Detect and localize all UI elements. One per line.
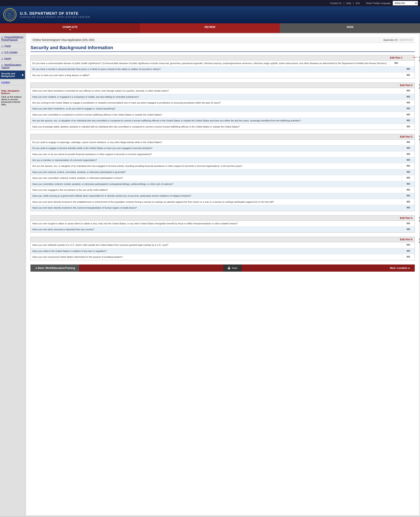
- form-header-row: Online Nonimmigrant Visa Application (DS…: [30, 37, 415, 43]
- answer: NO: [402, 199, 414, 205]
- table-row: Have you ever been involved in, or do yo…: [31, 106, 414, 112]
- sidebar-item-work[interactable]: ✓ Work/Education/ Training: [0, 62, 25, 71]
- table-row: Have you ever ordered, incited, committe…: [31, 169, 414, 175]
- step-complete[interactable]: COMPLETE ▼: [0, 23, 140, 33]
- top-bar: Contact Us | Help | Exit Select Tooltip …: [0, 0, 420, 6]
- edit-part3-link[interactable]: Edit Part 3: [400, 135, 412, 138]
- sidebar: ✓ Personal/Address/ Phone/Passport ✓ Tra…: [0, 33, 25, 516]
- question: Do you have a communicable disease of pu…: [31, 61, 390, 66]
- question: Do you have a mental or physical disorde…: [31, 66, 402, 72]
- question: Have you ever or do you intend to provid…: [31, 152, 402, 157]
- question: Have you ever renounced United States ci…: [31, 254, 402, 260]
- answer: NO: [402, 227, 414, 232]
- question: Have you ever engaged in the recruitment…: [31, 187, 402, 193]
- page-title: Security and Background Information: [30, 45, 415, 52]
- answer: NO: [402, 139, 414, 145]
- help-link[interactable]: Help: [346, 2, 351, 4]
- table-row: Have you ever withheld custody of a U.S.…: [31, 242, 414, 248]
- table-row: Do you seek to engage in terrorist activ…: [31, 145, 414, 151]
- table-row: Are you coming to the United States to e…: [31, 100, 414, 106]
- question: Do you seek to engage in terrorist activ…: [31, 145, 402, 151]
- save-icon: 💾: [227, 266, 231, 270]
- sidebar-item-family[interactable]: ✓ Family: [0, 55, 25, 62]
- question: Have you ever sought to obtain or assist…: [31, 221, 402, 227]
- tooltip-label: Select Tooltip Language: [366, 2, 390, 4]
- sidebar-help: Help: Navigation Buttons Click on the bu…: [0, 87, 25, 108]
- answer: NO: [402, 242, 414, 248]
- question: Are you or have you ever been a drug abu…: [31, 72, 402, 78]
- sidebar-item-travel[interactable]: ✓ Travel: [0, 43, 25, 49]
- header-title: U.S. DEPARTMENT OF STATE: [20, 11, 90, 16]
- svg-text:U.S.: U.S.: [8, 12, 12, 14]
- language-select[interactable]: ENGLISH: [393, 1, 418, 6]
- site-header: U.S. DEPT OF STATE U.S. DEPARTMENT OF ST…: [0, 6, 420, 23]
- answer: NO: [402, 152, 414, 157]
- edit-part5-link[interactable]: Edit Part 5: [400, 238, 412, 241]
- question: Have you ever been arrested or convicted…: [31, 88, 402, 94]
- answer: NO: [402, 169, 414, 175]
- edit-part2-link[interactable]: Edit Part 2: [400, 84, 412, 87]
- section-part4-wrapper: Edit Part 4 Have you ever sought to obta…: [30, 215, 415, 233]
- table-row: Have you ever been directly involved in …: [31, 205, 414, 211]
- svg-text:DEPT OF: DEPT OF: [7, 15, 13, 16]
- section4-header: Edit Part 4: [31, 216, 414, 221]
- answer: NO: [402, 248, 414, 254]
- question: Are you the spouse, son, or daughter of …: [31, 163, 402, 169]
- annotation-part4: If you see any mistakes in this section,…: [419, 216, 420, 222]
- app-id-value: AA00XXXXX: [399, 39, 413, 41]
- section-part1: Edit Part 1 Do you have a communicable d…: [30, 55, 415, 78]
- table-row: Have you ever been arrested or convicted…: [31, 88, 414, 94]
- sidebar-item-location[interactable]: Location: [0, 79, 25, 85]
- section-part2-wrapper: Edit Part 2 Have you ever been arrested …: [30, 83, 415, 130]
- step-review[interactable]: REVIEW: [140, 23, 280, 33]
- answer: NO: [402, 181, 414, 187]
- answer: NO: [402, 88, 414, 94]
- back-button[interactable]: ◄ Back: Work/Education/Training: [30, 265, 79, 272]
- exit-link[interactable]: Exit: [356, 2, 360, 4]
- contact-link[interactable]: Contact Us: [330, 2, 341, 4]
- save-button[interactable]: 💾 Save: [223, 265, 241, 272]
- help-text: Click on the buttons above to access pre…: [1, 96, 24, 106]
- section1-header: Edit Part 1: [31, 55, 414, 61]
- answer: NO: [402, 221, 414, 227]
- question: Have you knowingly aided, abetted, assis…: [31, 124, 402, 130]
- table-row: Have you ever sought to obtain or assist…: [31, 221, 414, 227]
- edit-part1-link[interactable]: Edit Part 1: [390, 56, 402, 59]
- question: Have you ever violated, or engaged in a …: [31, 94, 402, 100]
- answer: NO: [402, 145, 414, 151]
- table-row: Do you have a mental or physical disorde…: [31, 66, 414, 72]
- answer: NO: [402, 66, 414, 72]
- answer: NO: [402, 205, 414, 211]
- answer: NO: [390, 61, 402, 66]
- step-sign[interactable]: SIGN: [280, 23, 420, 33]
- table-row: Have you ever renounced United States ci…: [31, 254, 414, 260]
- header-subtitle: CONSULAR ELECTRONIC APPLICATION CENTER: [20, 16, 90, 18]
- section-part3: Edit Part 3 Do you seek to engage in esp…: [30, 134, 415, 211]
- annotation-part2: If you see any mistakes in this section,…: [419, 84, 420, 90]
- next-annotation: ← Click on "Next: Location" button: [419, 266, 420, 270]
- table-row: Have you ever or do you intend to provid…: [31, 152, 414, 157]
- header-text: U.S. DEPARTMENT OF STATE CONSULAR ELECTR…: [20, 11, 90, 18]
- table-row: Have you committed, ordered, incited, as…: [31, 181, 414, 187]
- table-row: Are you the spouse, son, or daughter of …: [31, 118, 414, 124]
- section2-header: Edit Part 2: [31, 83, 414, 88]
- help-title: Help: Navigation Buttons: [1, 90, 24, 95]
- question: Have you ever committed, ordered, incite…: [31, 175, 402, 181]
- question: Have you ever been directly involved in …: [31, 199, 402, 205]
- question: Have you ever been directly involved in …: [31, 205, 402, 211]
- sidebar-item-us-contact[interactable]: ✓ U.S. Contact: [0, 49, 25, 55]
- edit-part4-link[interactable]: Edit Part 4: [400, 217, 412, 220]
- question: Are you a member or representative of a …: [31, 157, 402, 163]
- next-button[interactable]: Next: Location ►: [386, 265, 415, 272]
- annotation-part1: If you see any mistakes in this section,…: [419, 56, 420, 62]
- sidebar-item-personal[interactable]: ✓ Personal/Address/ Phone/Passport: [0, 34, 25, 43]
- answer: NO: [402, 175, 414, 181]
- answer: NO: [402, 187, 414, 193]
- section-part1-wrapper: Edit Part 1 Do you have a communicable d…: [30, 55, 415, 78]
- answer: NO: [402, 94, 414, 100]
- answer: NO: [402, 193, 414, 199]
- table-row: Have you ever violated, or engaged in a …: [31, 94, 414, 100]
- sidebar-item-security[interactable]: Security and Background ▶: [0, 71, 25, 79]
- question: Have you ever ordered, incited, committe…: [31, 169, 402, 175]
- section3-header: Edit Part 3: [31, 134, 414, 139]
